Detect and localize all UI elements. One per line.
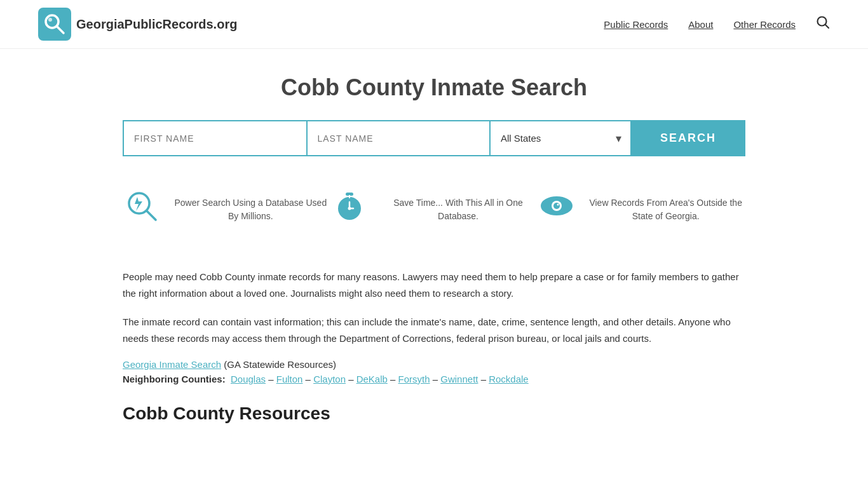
timer-icon: [330, 188, 369, 231]
search-form: All States Georgia Alabama Florida Tenne…: [123, 120, 745, 156]
search-lightning-icon: [123, 188, 161, 231]
page-title: Cobb County Inmate Search: [123, 74, 745, 101]
nav-other-records[interactable]: Other Records: [733, 19, 796, 30]
description-paragraph1: People may need Cobb County inmate recor…: [123, 269, 745, 301]
nav-about[interactable]: About: [688, 19, 713, 30]
svg-line-5: [825, 25, 829, 29]
eye-icon: [538, 188, 576, 231]
svg-rect-11: [349, 195, 350, 198]
last-name-input[interactable]: [307, 120, 491, 156]
svg-line-7: [147, 211, 156, 220]
county-link-douglas[interactable]: Douglas: [231, 374, 266, 384]
county-link-gwinnett[interactable]: Gwinnett: [440, 374, 478, 384]
svg-point-18: [553, 203, 560, 209]
svg-rect-0: [38, 8, 71, 41]
logo-icon: [38, 8, 71, 41]
svg-point-19: [557, 204, 559, 206]
search-button[interactable]: SEARCH: [631, 120, 745, 156]
county-link-fulton[interactable]: Fulton: [276, 374, 303, 384]
main-nav: Public Records About Other Records: [604, 15, 830, 33]
county-link-dekalb[interactable]: DeKalb: [356, 374, 388, 384]
neighboring-label: Neighboring Counties:: [123, 374, 226, 384]
feature-text-timer: Save Time... With This All in One Databa…: [379, 196, 538, 223]
feature-item-eye: View Records From Area's Outside the Sta…: [538, 188, 745, 231]
neighboring-counties-line: Neighboring Counties: Douglas – Fulton –…: [123, 374, 745, 384]
georgia-search-suffix: (GA Statewide Resources): [221, 359, 336, 370]
links-section: Georgia Inmate Search (GA Statewide Reso…: [123, 359, 745, 384]
county-links: Douglas – Fulton – Clayton – DeKalb – Fo…: [228, 374, 529, 384]
county-link-clayton[interactable]: Clayton: [313, 374, 346, 384]
nav-search-icon[interactable]: [816, 15, 830, 33]
county-link-forsyth[interactable]: Forsyth: [398, 374, 430, 384]
logo-text: GeorgiaPublicRecords.org: [76, 17, 237, 32]
nav-public-records[interactable]: Public Records: [604, 19, 668, 30]
first-name-input[interactable]: [123, 120, 307, 156]
state-select[interactable]: All States Georgia Alabama Florida Tenne…: [491, 121, 630, 155]
svg-marker-8: [135, 197, 142, 211]
logo-area: GeorgiaPublicRecords.org: [38, 8, 237, 41]
feature-item-timer: Save Time... With This All in One Databa…: [330, 188, 538, 231]
georgia-search-link[interactable]: Georgia Inmate Search: [123, 359, 221, 370]
feature-text-search: Power Search Using a Database Used By Mi…: [171, 196, 330, 223]
georgia-search-line: Georgia Inmate Search (GA Statewide Reso…: [123, 359, 745, 370]
state-select-wrapper: All States Georgia Alabama Florida Tenne…: [490, 120, 631, 156]
county-link-rockdale[interactable]: Rockdale: [489, 374, 529, 384]
feature-item-search: Power Search Using a Database Used By Mi…: [123, 188, 330, 231]
svg-point-14: [348, 207, 351, 210]
svg-point-3: [48, 18, 52, 22]
resources-heading: Cobb County Resources: [123, 403, 745, 424]
features-row: Power Search Using a Database Used By Mi…: [123, 182, 745, 237]
feature-text-eye: View Records From Area's Outside the Sta…: [586, 196, 745, 223]
description-paragraph2: The inmate record can contain vast infor…: [123, 314, 745, 346]
